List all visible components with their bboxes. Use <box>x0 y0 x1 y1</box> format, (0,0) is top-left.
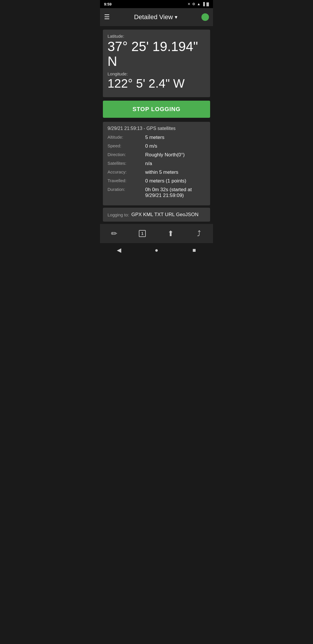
home-icon: ● <box>155 247 158 254</box>
upload-button[interactable]: ⬆ <box>163 227 178 240</box>
status-icons: ✕ ⚙ ▲ ▐ ▓ <box>188 2 209 6</box>
direction-row: Direction: Roughly North(0°) <box>108 152 205 158</box>
direction-value: Roughly North(0°) <box>145 152 205 158</box>
dropdown-icon: ▾ <box>175 14 177 20</box>
home-button[interactable]: ● <box>148 245 165 255</box>
signal-icon: ▐ <box>202 2 205 6</box>
bottom-toolbar: ✏ 1 ⬆ ⤴ <box>100 224 213 243</box>
status-time: 9:59 <box>104 2 112 6</box>
logging-to-label: Logging to: <box>108 212 129 217</box>
altitude-label: Altitude: <box>108 135 145 140</box>
duration-value: 0h 0m 32s (started at 9/29/21 21:59:09) <box>145 187 205 198</box>
stop-logging-wrap: STOP LOGGING <box>103 101 210 118</box>
wifi-icon: ▲ <box>197 2 201 6</box>
upload-icon: ⬆ <box>168 229 174 238</box>
number-icon: 1 <box>139 230 146 237</box>
share-button[interactable]: ⤴ <box>192 227 206 240</box>
altitude-value: 5 meters <box>145 135 205 140</box>
view-selector[interactable]: Detailed View ▾ <box>134 13 177 21</box>
altitude-row: Altitude: 5 meters <box>108 135 205 140</box>
edit-icon: ✏ <box>111 229 117 238</box>
latitude-label: Latitude: <box>108 34 205 39</box>
recents-icon: ■ <box>192 247 196 254</box>
duration-row: Duration: 0h 0m 32s (started at 9/29/21 … <box>108 187 205 198</box>
back-icon: ◀ <box>117 247 121 254</box>
number-button[interactable]: 1 <box>135 227 150 240</box>
speed-label: Speed: <box>108 143 145 148</box>
direction-label: Direction: <box>108 152 145 157</box>
duration-label: Duration: <box>108 187 145 192</box>
travelled-label: Travelled: <box>108 178 145 183</box>
settings-icon: ⚙ <box>192 2 195 6</box>
latitude-value: 37° 25' 19.194" N <box>108 39 205 68</box>
travelled-row: Travelled: 0 meters (1 points) <box>108 178 205 184</box>
gps-status-dot <box>201 13 209 21</box>
toolbar: ☰ Detailed View ▾ <box>100 8 213 26</box>
back-button[interactable]: ◀ <box>110 245 128 255</box>
satellites-value: n/a <box>145 161 205 167</box>
share-icon: ⤴ <box>197 229 201 238</box>
logging-card: Logging to: GPX KML TXT URL GeoJSON <box>103 208 210 222</box>
coordinates-card: Latitude: 37° 25' 19.194" N Longitude: 1… <box>103 30 210 97</box>
status-bar: 9:59 ✕ ⚙ ▲ ▐ ▓ <box>100 0 213 8</box>
battery-icon: ▓ <box>206 2 209 6</box>
nav-bar: ◀ ● ■ <box>100 243 213 257</box>
longitude-row: Longitude: 122° 5' 2.4" W <box>108 71 205 90</box>
menu-button[interactable]: ☰ <box>104 14 110 20</box>
accuracy-label: Accuracy: <box>108 169 145 174</box>
speed-row: Speed: 0 m/s <box>108 143 205 149</box>
speed-value: 0 m/s <box>145 143 205 149</box>
toolbar-title: Detailed View <box>134 13 173 21</box>
accuracy-value: within 5 meters <box>145 169 205 175</box>
longitude-label: Longitude: <box>108 71 205 76</box>
accuracy-row: Accuracy: within 5 meters <box>108 169 205 175</box>
latitude-row: Latitude: 37° 25' 19.194" N <box>108 34 205 68</box>
x-icon: ✕ <box>188 2 190 6</box>
satellites-row: Satellites: n/a <box>108 161 205 167</box>
satellites-label: Satellites: <box>108 161 145 166</box>
longitude-value: 122° 5' 2.4" W <box>108 77 205 90</box>
details-card: 9/29/21 21:59:13 - GPS satellites Altitu… <box>103 122 210 205</box>
logging-formats: GPX KML TXT URL GeoJSON <box>131 212 198 218</box>
travelled-value: 0 meters (1 points) <box>145 178 205 184</box>
edit-button[interactable]: ✏ <box>107 227 121 240</box>
recents-button[interactable]: ■ <box>185 245 203 255</box>
stop-logging-button[interactable]: STOP LOGGING <box>103 101 210 118</box>
details-header: 9/29/21 21:59:13 - GPS satellites <box>108 126 205 131</box>
